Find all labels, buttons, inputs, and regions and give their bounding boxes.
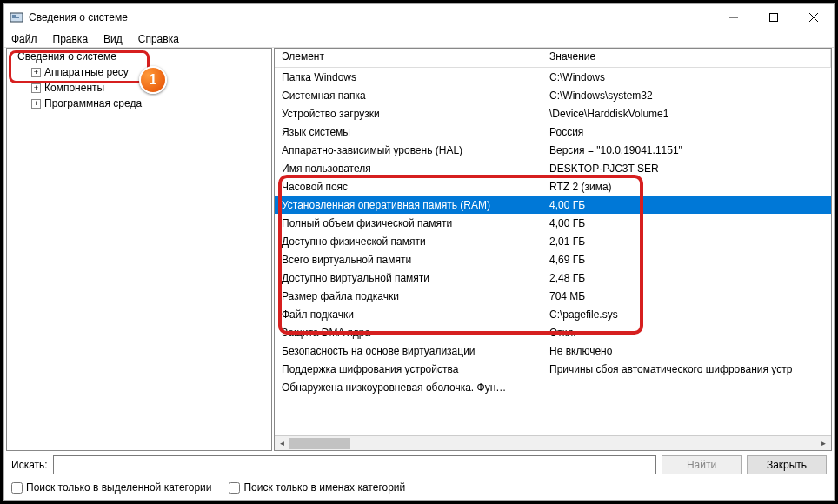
cell-element: Защита DMA ядра <box>275 327 542 339</box>
cell-value: Причины сбоя автоматического шифрования … <box>542 363 831 375</box>
cell-element: Всего виртуальной памяти <box>275 254 542 266</box>
table-row[interactable]: Файл подкачкиC:\pagefile.sys <box>275 305 831 323</box>
tree-item-software-env[interactable]: + Программная среда <box>7 96 271 111</box>
cell-element: Обнаружена низкоуровневая оболочка. Фун… <box>275 381 542 394</box>
table-row[interactable]: Полный объем физической памяти4,00 ГБ <box>275 214 831 232</box>
expand-icon[interactable]: + <box>31 99 41 109</box>
cell-element: Язык системы <box>275 126 542 138</box>
cell-element: Размер файла подкачки <box>275 290 542 302</box>
table-row[interactable]: Системная папкаC:\Windows\system32 <box>275 86 831 104</box>
cell-value: 2,48 ГБ <box>542 272 831 284</box>
cell-value: Россия <box>542 126 831 138</box>
cell-element: Папка Windows <box>275 71 542 83</box>
column-value[interactable]: Значение <box>542 49 831 67</box>
window-controls <box>714 4 834 30</box>
table-row[interactable]: Часовой поясRTZ 2 (зима) <box>275 177 831 196</box>
rows-container[interactable]: Папка WindowsC:\WindowsСистемная папкаC:… <box>275 68 831 435</box>
table-row[interactable]: Защита DMA ядраОткл. <box>275 323 831 342</box>
scroll-track[interactable] <box>289 436 816 451</box>
scroll-left-icon[interactable]: ◄ <box>275 436 289 451</box>
cell-value: 4,00 ГБ <box>542 217 831 229</box>
cell-value: 4,00 ГБ <box>542 199 831 211</box>
table-row[interactable]: Доступно виртуальной памяти2,48 ГБ <box>275 269 831 287</box>
close-search-button[interactable]: Закрыть <box>747 455 827 474</box>
svg-rect-2 <box>12 17 19 18</box>
tree-root-label: Сведения о системе <box>17 50 116 63</box>
cell-element: Имя пользователя <box>275 162 542 175</box>
expand-icon[interactable]: + <box>31 83 41 93</box>
table-row[interactable]: Обнаружена низкоуровневая оболочка. Фун… <box>275 378 831 396</box>
cell-element: Устройство загрузки <box>275 108 542 120</box>
table-row[interactable]: Поддержка шифрования устройстваПричины с… <box>275 360 831 378</box>
app-icon <box>10 10 23 24</box>
find-button[interactable]: Найти <box>662 455 742 474</box>
minimize-button[interactable] <box>714 4 754 30</box>
cell-value: C:\Windows\system32 <box>542 90 831 102</box>
menubar: Файл Правка Вид Справка <box>4 30 834 48</box>
cell-value: \Device\HarddiskVolume1 <box>542 108 831 120</box>
table-row[interactable]: Размер файла подкачки704 МБ <box>275 287 831 305</box>
category-tree[interactable]: 1 Сведения о системе + Аппаратные ресу +… <box>6 48 272 451</box>
scroll-right-icon[interactable]: ► <box>816 436 831 451</box>
cell-value: 2,01 ГБ <box>542 235 831 248</box>
cell-value: RTZ 2 (зима) <box>542 181 831 193</box>
search-options: Поиск только в выделенной категории Поис… <box>4 479 834 500</box>
cell-value: Не включено <box>542 345 831 357</box>
cell-value: DESKTOP-PJC3T SER <box>542 162 831 175</box>
table-row[interactable]: Имя пользователяDESKTOP-PJC3T SER <box>275 159 831 177</box>
window-title: Сведения о системе <box>29 11 714 23</box>
table-row[interactable]: Безопасность на основе виртуализацииНе в… <box>275 342 831 360</box>
cell-value: Версия = "10.0.19041.1151" <box>542 144 831 156</box>
menu-view[interactable]: Вид <box>100 33 126 45</box>
maximize-button[interactable] <box>754 4 794 30</box>
checkbox-category-only[interactable]: Поиск только в выделенной категории <box>11 481 211 494</box>
table-row[interactable]: Папка WindowsC:\Windows <box>275 68 831 86</box>
callout-badge-1: 1 <box>139 66 167 94</box>
search-input[interactable] <box>53 455 656 474</box>
cell-element: Полный объем физической памяти <box>275 217 542 229</box>
content-area: 1 Сведения о системе + Аппаратные ресу +… <box>4 48 834 451</box>
cell-element: Поддержка шифрования устройства <box>275 363 542 375</box>
detail-panel: 2 Элемент Значение Папка WindowsC:\Windo… <box>274 48 832 451</box>
column-element[interactable]: Элемент <box>275 49 542 67</box>
horizontal-scrollbar[interactable]: ◄ ► <box>275 435 831 450</box>
cell-element: Безопасность на основе виртуализации <box>275 345 542 357</box>
table-row[interactable]: Аппаратно-зависимый уровень (HAL)Версия … <box>275 141 831 159</box>
search-bar: Искать: Найти Закрыть <box>4 451 834 479</box>
table-row[interactable]: Установленная оперативная память (RAM)4,… <box>275 196 831 214</box>
close-button[interactable] <box>794 4 834 30</box>
cell-value: C:\Windows <box>542 71 831 83</box>
table-row[interactable]: Язык системыРоссия <box>275 123 831 141</box>
cell-element: Аппаратно-зависимый уровень (HAL) <box>275 144 542 156</box>
titlebar: Сведения о системе <box>4 4 834 30</box>
scroll-thumb[interactable] <box>289 438 350 449</box>
svg-rect-1 <box>12 15 16 17</box>
menu-edit[interactable]: Правка <box>50 33 92 45</box>
cell-value: Откл. <box>542 327 831 339</box>
cell-element: Доступно физической памяти <box>275 235 542 248</box>
column-headers: Элемент Значение <box>275 49 831 68</box>
svg-rect-4 <box>770 14 778 22</box>
expand-icon[interactable]: + <box>31 68 41 77</box>
menu-file[interactable]: Файл <box>8 33 41 45</box>
checkbox-input[interactable] <box>11 482 23 494</box>
tree-root-item[interactable]: Сведения о системе <box>7 49 271 64</box>
checkbox-names-only[interactable]: Поиск только в именах категорий <box>229 481 405 494</box>
menu-help[interactable]: Справка <box>135 33 183 45</box>
cell-value: 704 МБ <box>542 290 831 302</box>
cell-element: Системная папка <box>275 90 542 102</box>
cell-element: Установленная оперативная память (RAM) <box>275 199 542 211</box>
cell-element: Файл подкачки <box>275 308 542 321</box>
checkbox-input[interactable] <box>229 482 240 494</box>
table-row[interactable]: Доступно физической памяти2,01 ГБ <box>275 232 831 250</box>
table-row[interactable]: Всего виртуальной памяти4,69 ГБ <box>275 250 831 269</box>
search-label: Искать: <box>11 459 48 471</box>
table-row[interactable]: Устройство загрузки\Device\HarddiskVolum… <box>275 104 831 123</box>
cell-element: Часовой пояс <box>275 181 542 193</box>
cell-value: 4,69 ГБ <box>542 254 831 266</box>
cell-value: C:\pagefile.sys <box>542 308 831 321</box>
cell-element: Доступно виртуальной памяти <box>275 272 542 284</box>
system-info-window: Сведения о системе Файл Правка Вид Справ… <box>3 3 835 501</box>
